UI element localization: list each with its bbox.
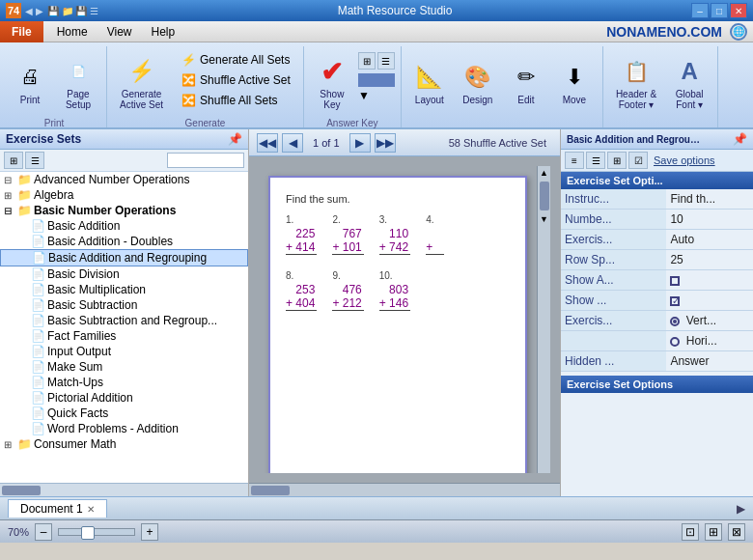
option-val-hidden[interactable]: Answer bbox=[666, 351, 753, 372]
document-tab[interactable]: Document 1 ✕ bbox=[8, 499, 107, 518]
header-footer-label: Header &Footer ▾ bbox=[616, 89, 656, 110]
tree-item-basic-multiplication[interactable]: · 📄 Basic Multiplication bbox=[0, 282, 248, 297]
window-controls[interactable]: – □ ✕ bbox=[691, 3, 747, 18]
full-button[interactable]: ⊞ bbox=[705, 523, 722, 541]
option-val-hori[interactable]: Hori... bbox=[666, 331, 753, 351]
color-swatch bbox=[358, 73, 395, 87]
scroll-down-icon[interactable]: ▼ bbox=[538, 212, 550, 226]
tree-item-basic-num-ops[interactable]: ⊟ 📁 Basic Number Operations bbox=[0, 203, 248, 218]
option-val-show[interactable] bbox=[666, 291, 753, 311]
generate-active-button[interactable]: ⚡ GenerateActive Set bbox=[113, 50, 170, 116]
tree-label-16: Quick Facts bbox=[47, 406, 108, 420]
zoom-in-button[interactable]: + bbox=[141, 523, 158, 541]
option-row-hidden: Hidden ... Answer bbox=[561, 351, 753, 372]
restore-button[interactable]: □ bbox=[711, 3, 728, 18]
grid-icon[interactable]: ⊞ bbox=[358, 52, 376, 70]
opts-btn-2[interactable]: ☰ bbox=[586, 152, 605, 169]
view-menu[interactable]: View bbox=[98, 21, 142, 42]
option-val-rowsp[interactable]: 25 bbox=[666, 250, 753, 270]
scroll-up-icon[interactable]: ▲ bbox=[538, 166, 550, 180]
minimize-button[interactable]: – bbox=[691, 3, 709, 18]
tree-item-input-output[interactable]: · 📄 Input Output bbox=[0, 344, 248, 359]
opts-btn-4[interactable]: ☑ bbox=[628, 152, 648, 169]
opts-btn-1[interactable]: ≡ bbox=[565, 152, 584, 169]
help-menu[interactable]: Help bbox=[141, 21, 184, 42]
prob-top-4 bbox=[426, 227, 444, 240]
tab-close-icon[interactable]: ✕ bbox=[87, 504, 95, 515]
option-val-numbe[interactable]: 10 bbox=[666, 210, 753, 230]
show-key-button[interactable]: ✔ ShowKey bbox=[310, 50, 354, 116]
horizontal-scrollbar[interactable] bbox=[0, 483, 248, 496]
tree-item-quick-facts[interactable]: · 📄 Quick Facts bbox=[0, 406, 248, 421]
shuffle-active-button[interactable]: 🔀 Shuffle Active Set bbox=[174, 70, 297, 90]
global-font-button[interactable]: A GlobalFont ▾ bbox=[667, 50, 711, 116]
fit-button[interactable]: ⊡ bbox=[682, 523, 699, 541]
tree-item-basic-division[interactable]: · 📄 Basic Division bbox=[0, 266, 248, 282]
global-font-label: GlobalFont ▾ bbox=[676, 89, 704, 110]
bottom-btn-3[interactable]: ⊠ bbox=[728, 523, 745, 541]
save-options-link[interactable]: Save options bbox=[654, 154, 715, 166]
edit-icon: ✏ bbox=[511, 62, 542, 93]
canvas-scrollbar[interactable]: ▲ ▼ bbox=[537, 166, 550, 473]
toolbar-btn-2[interactable]: ☰ bbox=[25, 152, 44, 169]
center-h-thumb bbox=[251, 486, 290, 495]
zoom-slider[interactable] bbox=[58, 528, 135, 536]
tree-item-basic-addition[interactable]: · 📄 Basic Addition bbox=[0, 218, 248, 234]
option-val-exercis2[interactable]: Vert... bbox=[666, 311, 753, 331]
option-val-exercis[interactable]: Auto bbox=[666, 230, 753, 250]
next-page-button[interactable]: ▶ bbox=[349, 133, 371, 153]
design-button[interactable]: 🎨 Design bbox=[456, 50, 500, 116]
option-row-exercis2: Exercis... Vert... bbox=[561, 311, 753, 331]
doc-icon-10: 📄 bbox=[31, 360, 45, 374]
tree-item-adv-num-ops[interactable]: ⊟ 📁 Advanced Number Operations bbox=[0, 172, 248, 187]
tree-item-fact-families[interactable]: · 📄 Fact Families bbox=[0, 328, 248, 344]
globe-icon[interactable]: 🌐 bbox=[730, 23, 747, 41]
radio-hori[interactable] bbox=[670, 337, 680, 347]
tree-item-consumer-math[interactable]: ⊞ 📁 Consumer Math bbox=[0, 436, 248, 452]
prev-page-button[interactable]: ◀ bbox=[282, 133, 303, 153]
move-button[interactable]: ⬇ Move bbox=[552, 50, 597, 116]
show-a-checkbox[interactable] bbox=[670, 276, 680, 286]
toolbar-arrows: ◀ ▶ bbox=[25, 6, 43, 16]
option-row-show: Show ... bbox=[561, 291, 753, 311]
generate-all-button[interactable]: ⚡ Generate All Sets bbox=[174, 50, 297, 70]
tab-scroll-right[interactable]: ▶ bbox=[737, 502, 745, 516]
tree-item-algebra[interactable]: ⊞ 📁 Algebra bbox=[0, 187, 248, 203]
toolbar-btn-1[interactable]: ⊞ bbox=[4, 152, 23, 169]
tree-item-match-ups[interactable]: · 📄 Match-Ups bbox=[0, 375, 248, 390]
print-button[interactable]: 🖨 Print bbox=[8, 50, 52, 116]
tree-item-basic-addition-regrouping[interactable]: · 📄 Basic Addition and Regrouping bbox=[0, 249, 248, 266]
header-footer-button[interactable]: 📋 Header &Footer ▾ bbox=[609, 50, 663, 116]
page-setup-button[interactable]: 📄 PageSetup bbox=[56, 50, 100, 116]
tree-item-pictorial-addition[interactable]: · 📄 Pictorial Addition bbox=[0, 390, 248, 406]
tree-item-word-problems-addition[interactable]: · 📄 Word Problems - Addition bbox=[0, 421, 248, 436]
file-menu[interactable]: File bbox=[0, 21, 43, 42]
search-input[interactable] bbox=[167, 153, 244, 168]
center-h-scrollbar[interactable] bbox=[249, 483, 560, 496]
close-button[interactable]: ✕ bbox=[730, 3, 747, 18]
option-val-instruc[interactable]: Find th... bbox=[666, 189, 753, 210]
edit-button[interactable]: ✏ Edit bbox=[504, 50, 548, 116]
folder-icon-2: 📁 bbox=[17, 188, 32, 202]
tree-item-basic-subtraction[interactable]: · 📄 Basic Subtraction bbox=[0, 297, 248, 313]
tree-item-make-sum[interactable]: · 📄 Make Sum bbox=[0, 359, 248, 375]
radio-vert[interactable] bbox=[670, 317, 680, 326]
tree-label-3: Basic Number Operations bbox=[34, 204, 176, 217]
option-row-hori: Hori... bbox=[561, 331, 753, 351]
tree-item-basic-subtraction-regroup[interactable]: · 📄 Basic Subtraction and Regroup... bbox=[0, 313, 248, 328]
lines-icon[interactable]: ☰ bbox=[377, 52, 395, 70]
tree-item-basic-addition-doubles[interactable]: · 📄 Basic Addition - Doubles bbox=[0, 234, 248, 249]
opts-btn-3[interactable]: ⊞ bbox=[607, 152, 627, 169]
shuffle-all-button[interactable]: 🔀 Shuffle All Sets bbox=[174, 91, 297, 110]
zoom-out-button[interactable]: – bbox=[35, 523, 52, 541]
first-page-button[interactable]: ◀◀ bbox=[257, 133, 278, 153]
layout-button[interactable]: 📐 Layout bbox=[407, 50, 452, 116]
pin-icon[interactable]: 📌 bbox=[228, 132, 242, 146]
option-val-showa[interactable] bbox=[666, 270, 753, 291]
last-page-button[interactable]: ▶▶ bbox=[375, 133, 396, 153]
right-pin-icon[interactable]: 📌 bbox=[733, 132, 747, 146]
problem-9: 9. 476 + 212 bbox=[332, 270, 363, 311]
show-checkbox[interactable] bbox=[670, 296, 680, 306]
design-icon: 🎨 bbox=[462, 62, 493, 93]
home-menu[interactable]: Home bbox=[47, 21, 98, 42]
